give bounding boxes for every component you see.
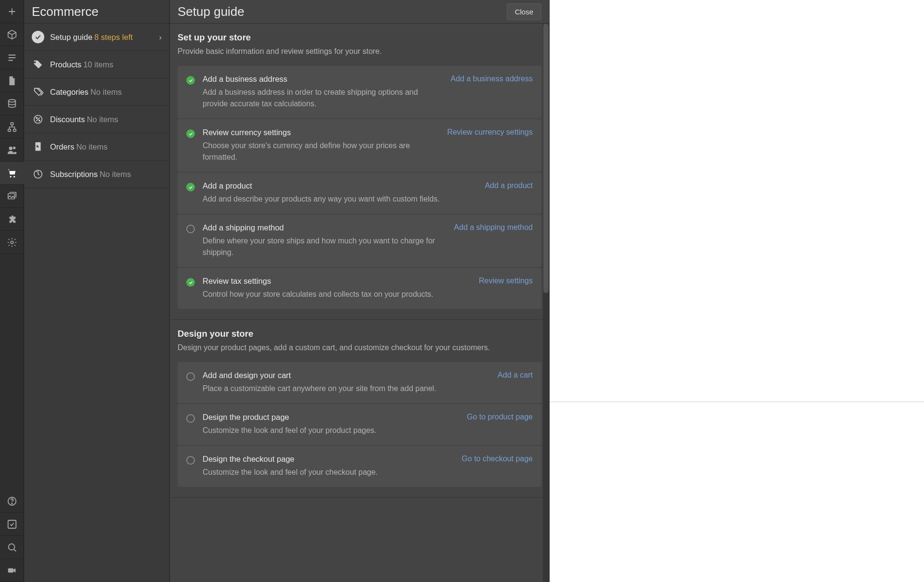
images-icon: [7, 191, 17, 202]
step-action-link[interactable]: Review settings: [479, 277, 533, 285]
close-button[interactable]: Close: [507, 3, 541, 20]
status-todo-icon: [186, 225, 195, 233]
rail-item-cms[interactable]: [0, 92, 24, 115]
sidebar-item-label: Discounts: [50, 115, 85, 124]
sidebar-item-setup-guide[interactable]: Setup guide8 steps left ›: [24, 24, 169, 51]
scrollbar-thumb[interactable]: [543, 24, 549, 293]
rail-item-users[interactable]: [0, 139, 24, 162]
blank-divider: [550, 402, 924, 582]
rail-item-assets[interactable]: [0, 185, 24, 208]
status-done-icon: [186, 278, 195, 287]
section-desc: Design your product pages, add a custom …: [178, 342, 541, 354]
sidebar-item-label: Categories: [50, 88, 89, 96]
step-name: Add and design your cart: [203, 371, 492, 380]
gear-icon: [7, 237, 17, 248]
setup-step: Design the checkout pageGo to checkout p…: [178, 446, 541, 487]
svg-point-5: [13, 146, 16, 149]
category-icon: [32, 86, 44, 98]
main-panel: Setup guide Close Set up your storeProvi…: [170, 0, 550, 582]
nav-rail: [0, 0, 24, 582]
step-name: Add a shipping method: [203, 223, 448, 232]
setup-step: Review currency settingsReview currency …: [178, 119, 541, 172]
step-action-link[interactable]: Add a product: [485, 181, 533, 190]
video-icon: [7, 565, 17, 576]
cube-icon: [7, 29, 17, 40]
status-done-icon: [186, 129, 195, 138]
step-description: Customize the look and feel of your chec…: [203, 467, 443, 478]
step-name: Add a business address: [203, 75, 445, 84]
step-action-link[interactable]: Add a business address: [450, 75, 533, 83]
discount-icon: [32, 113, 44, 126]
sidebar-item-products[interactable]: Products10 items: [24, 51, 169, 78]
status-todo-icon: [186, 372, 195, 381]
status-done-icon: [186, 183, 195, 191]
sidebar-item-orders[interactable]: OrdersNo items: [24, 133, 169, 161]
svg-rect-12: [8, 520, 16, 528]
svg-rect-3: [13, 129, 16, 131]
help-icon: [7, 496, 17, 506]
setup-step: Design the product pageGo to product pag…: [178, 404, 541, 445]
rail-item-search[interactable]: [0, 536, 24, 559]
scrollbar-track[interactable]: [543, 24, 549, 582]
main-body: Set up your storeProvide basic informati…: [170, 24, 549, 582]
page-icon: [7, 76, 17, 86]
database-icon: [7, 99, 17, 109]
step-action-link[interactable]: Review currency settings: [447, 128, 533, 137]
rail-item-video[interactable]: [0, 559, 24, 582]
sidebar-item-label: Subscriptions: [50, 170, 98, 178]
section-desc: Provide basic information and review set…: [178, 46, 541, 57]
main-header: Setup guide Close: [170, 0, 549, 24]
step-description: Customize the look and feel of your prod…: [203, 425, 443, 436]
sidebar-item-categories[interactable]: CategoriesNo items: [24, 78, 169, 106]
sidebar-item-discounts[interactable]: DiscountsNo items: [24, 106, 169, 133]
blank-area: [550, 0, 924, 582]
svg-rect-2: [8, 129, 11, 131]
setup-step: Add a shipping methodAdd a shipping meth…: [178, 215, 541, 267]
status-todo-icon: [186, 456, 195, 465]
subscription-icon: [32, 168, 44, 180]
step-action-link[interactable]: Add a shipping method: [454, 223, 533, 232]
rail-item-pages[interactable]: [0, 69, 24, 92]
sidebar-item-subscriptions[interactable]: SubscriptionsNo items: [24, 161, 169, 188]
step-name: Design the checkout page: [203, 455, 456, 464]
svg-point-0: [9, 99, 16, 102]
svg-point-13: [9, 544, 15, 550]
rail-item-settings[interactable]: [0, 231, 24, 254]
sidebar-item-sublabel: No items: [76, 142, 107, 151]
rail-item-nav[interactable]: [0, 46, 24, 69]
step-action-link[interactable]: Go to checkout page: [462, 455, 533, 463]
step-description: Add a business address in order to creat…: [203, 87, 443, 110]
sidebar-item-sublabel: 10 items: [83, 60, 113, 69]
sidebar-item-sublabel: No items: [100, 170, 131, 178]
svg-point-9: [11, 241, 13, 244]
section-title: Set up your store: [178, 32, 541, 43]
step-action-link[interactable]: Go to product page: [467, 413, 533, 421]
svg-point-7: [13, 176, 15, 177]
sidebar-item-label: Products: [50, 60, 81, 69]
section: Design your storeDesign your product pag…: [170, 320, 549, 498]
check-circle-icon: [32, 31, 44, 43]
rail-item-help[interactable]: [0, 490, 24, 513]
rail-item-ecommerce[interactable]: [0, 162, 24, 185]
setup-step: Add a business addressAdd a business add…: [178, 66, 541, 118]
step-name: Design the product page: [203, 413, 461, 422]
rail-item-logic[interactable]: [0, 115, 24, 139]
check-square-icon: [7, 519, 17, 530]
rail-item-apps[interactable]: [0, 208, 24, 231]
list-icon: [7, 52, 17, 63]
rail-item-3d[interactable]: [0, 23, 24, 46]
setup-step: Add and design your cartAdd a cartPlace …: [178, 362, 541, 403]
step-description: Choose your store's currency and define …: [203, 140, 443, 163]
status-done-icon: [186, 76, 195, 85]
cart-icon: [7, 168, 17, 178]
sidebar-item-sublabel: No items: [90, 88, 122, 96]
svg-rect-1: [11, 122, 13, 125]
section: Set up your storeProvide basic informati…: [170, 24, 549, 320]
step-action-link[interactable]: Add a cart: [498, 371, 533, 380]
step-name: Add a product: [203, 181, 479, 190]
plus-icon: [7, 6, 17, 17]
svg-rect-14: [8, 568, 13, 572]
rail-item-add[interactable]: [0, 0, 24, 23]
rail-item-audit[interactable]: [0, 513, 24, 536]
step-description: Define where your store ships and how mu…: [203, 235, 443, 258]
